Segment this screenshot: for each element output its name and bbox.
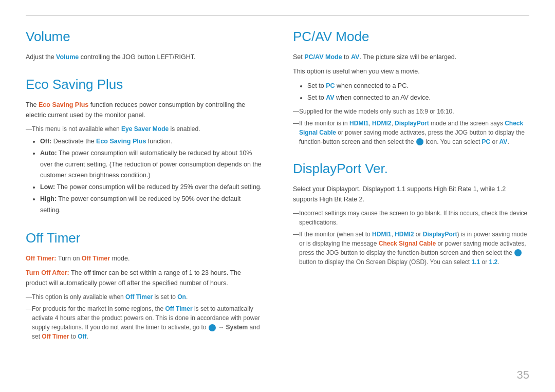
top-border — [26, 15, 529, 16]
left-column: Volume Adjust the Volume controlling the… — [26, 29, 262, 356]
pc-av-note-1: Supplied for the wide models only such a… — [293, 107, 529, 116]
settings-icon — [209, 324, 216, 331]
off-timer-note-2: For products for the market in some regi… — [26, 304, 262, 341]
check-signal-link-2: Check Signal Cable — [379, 240, 436, 247]
pc-av-mode-body-1: Set PC/AV Mode to AV. The picture size w… — [293, 52, 529, 62]
ver-1-1-link: 1.1 — [472, 258, 480, 266]
off-timer-body-2: Turn Off After: The off timer can be set… — [26, 268, 262, 288]
pc-av-mode-body-2: This option is useful when you view a mo… — [293, 66, 529, 77]
displayport-link-1: DisplayPort — [395, 120, 429, 127]
pc-av-bullet-av: Set to AV when connected to an AV device… — [307, 92, 529, 103]
pc-av-note-2: If the monitor is in HDMI1, HDMI2, Displ… — [293, 119, 529, 146]
on-link: On — [177, 293, 186, 301]
displayport-note-1: Incorrect settings may cause the screen … — [293, 209, 529, 227]
off-timer-note-link-2: Off Timer — [165, 305, 192, 312]
settings-icon-2 — [416, 138, 423, 145]
displayport-section: DisplayPort Ver. Select your Displayport… — [293, 161, 529, 267]
off-timer-link-2: Off Timer — [82, 255, 110, 262]
av-bullet-link: AV — [326, 94, 334, 101]
displayport-note-2: If the monitor (when set to HDMI1, HDMI2… — [293, 230, 529, 267]
pc-av-mode-section: PC/AV Mode Set PC/AV Mode to AV. The pic… — [293, 29, 529, 146]
eco-bullet-list: Off: Deactivate the Eco Saving Plus func… — [26, 136, 262, 216]
hdmi1-link-1: HDMI1 — [349, 120, 368, 127]
hdmi2-link-2: HDMI2 — [395, 231, 414, 238]
av-note-link: AV — [499, 138, 508, 145]
page-number: 35 — [517, 368, 529, 382]
pc-av-bullet-list: Set to PC when connected to a PC. Set to… — [293, 81, 529, 104]
pc-av-mode-title: PC/AV Mode — [293, 29, 529, 45]
right-column: PC/AV Mode Set PC/AV Mode to AV. The pic… — [293, 29, 529, 356]
displayport-body-1: Select your Displayport. Displayport 1.1… — [293, 184, 529, 204]
off-timer-title: Off Timer — [26, 230, 262, 246]
pc-av-mode-link: PC/AV Mode — [304, 53, 342, 61]
eco-bullet-auto: Auto: The power consumption will automat… — [40, 148, 262, 181]
volume-body: Adjust the Volume controlling the JOG bu… — [26, 52, 262, 62]
off-timer-note-1: This option is only available when Off T… — [26, 292, 262, 302]
pc-link: PC — [326, 82, 335, 89]
off-link: Off — [78, 333, 86, 340]
av-link: AV — [351, 53, 359, 61]
eco-saving-plus-link: Eco Saving Plus — [39, 101, 88, 108]
turn-off-after-link: Turn Off After: — [26, 269, 69, 276]
off-timer-note-link-1: Off Timer — [125, 293, 153, 301]
displayport-link-2: DisplayPort — [423, 231, 457, 238]
off-timer-body-1: Off Timer: Turn on Off Timer mode. — [26, 253, 262, 264]
page-container: Volume Adjust the Volume controlling the… — [0, 0, 555, 392]
eco-bullet-low: Low: The power consumption will be reduc… — [40, 182, 262, 193]
eco-saving-plus-title: Eco Saving Plus — [26, 77, 262, 92]
off-timer-note-link-3: Off Timer — [42, 333, 69, 340]
eco-saving-plus-body: The Eco Saving Plus function reduces pow… — [26, 100, 262, 120]
hdmi2-link-1: HDMI2 — [372, 120, 391, 127]
volume-section: Volume Adjust the Volume controlling the… — [26, 29, 262, 62]
eco-bullet-high: High: The power consumption will be redu… — [40, 194, 262, 216]
off-timer-section: Off Timer Off Timer: Turn on Off Timer m… — [26, 230, 262, 341]
ver-1-2-link: 1.2 — [489, 258, 498, 266]
pc-note-link: PC — [482, 138, 491, 145]
settings-icon-3 — [514, 249, 522, 256]
eco-saving-plus-bullet-link: Eco Saving Plus — [96, 138, 146, 145]
displayport-title: DisplayPort Ver. — [293, 161, 529, 177]
eco-note-1: This menu is not available when Eye Save… — [26, 124, 262, 134]
eco-saving-plus-section: Eco Saving Plus The Eco Saving Plus func… — [26, 77, 262, 216]
eye-saver-mode-link: Eye Saver Mode — [121, 125, 169, 133]
eco-bullet-off: Off: Deactivate the Eco Saving Plus func… — [40, 136, 262, 147]
volume-link: Volume — [56, 53, 79, 61]
two-column-layout: Volume Adjust the Volume controlling the… — [26, 29, 529, 356]
volume-title: Volume — [26, 29, 262, 45]
hdmi1-link-2: HDMI1 — [372, 231, 391, 238]
pc-av-bullet-pc: Set to PC when connected to a PC. — [307, 81, 529, 91]
off-timer-link-1: Off Timer: — [26, 255, 57, 262]
